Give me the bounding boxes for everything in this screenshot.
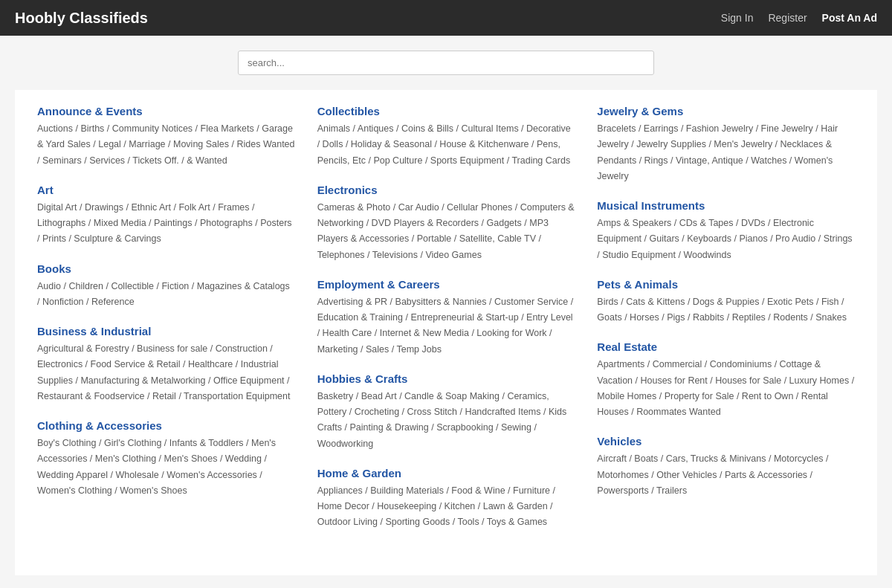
category-link[interactable]: Wedding (225, 453, 262, 464)
category-link[interactable]: CDs & Tapes (679, 218, 734, 228)
category-link[interactable]: Bracelets (597, 123, 636, 134)
category-link[interactable]: Portable (417, 233, 452, 244)
category-link[interactable]: Antiques (358, 123, 394, 134)
category-link[interactable]: Kitchen (445, 501, 476, 511)
category-link[interactable]: Appliances (317, 485, 363, 496)
category-link[interactable]: Temp Jobs (396, 344, 441, 355)
category-link[interactable]: Condominiums (710, 359, 772, 369)
category-link[interactable]: Lawn & Garden (483, 501, 548, 511)
category-link[interactable]: Children (68, 281, 103, 291)
category-link[interactable]: Transportation Equipment (184, 391, 290, 401)
category-link[interactable]: Tickets Off. (132, 155, 179, 166)
category-link[interactable]: Entrepreneurial & Start-up (410, 312, 518, 323)
category-link[interactable]: Outdoor Living (317, 517, 378, 527)
category-link[interactable]: Prints (42, 233, 66, 244)
category-link[interactable]: Boats (634, 453, 658, 464)
category-link[interactable]: Amps & Speakers (597, 218, 671, 228)
category-link[interactable]: Painting & Drawing (349, 422, 428, 433)
category-title[interactable]: Clothing & Accessories (37, 419, 295, 432)
category-link[interactable]: Keyboards (687, 233, 731, 244)
sign-in-link[interactable]: Sign In (721, 12, 754, 24)
category-link[interactable]: & Wanted (187, 155, 227, 166)
category-link[interactable]: House & Kitchenware (439, 139, 529, 149)
category-link[interactable]: Furniture (513, 485, 550, 496)
category-link[interactable]: Guitars (650, 233, 679, 244)
category-link[interactable]: Car Audio (398, 202, 439, 213)
category-link[interactable]: Animals (317, 123, 350, 134)
category-link[interactable]: Televisions (372, 250, 418, 260)
category-link[interactable]: Wedding Apparel (37, 470, 108, 480)
category-title[interactable]: Real Estate (597, 340, 855, 353)
category-link[interactable]: Births (80, 123, 104, 134)
category-link[interactable]: Advertising & PR (317, 297, 387, 307)
category-link[interactable]: Houses for Rent (640, 375, 707, 386)
category-link[interactable]: Healthcare (188, 359, 233, 369)
category-title[interactable]: Musical Instruments (597, 199, 855, 212)
category-link[interactable]: Rides Wanted (236, 139, 294, 149)
category-link[interactable]: Mobile Homes (597, 391, 656, 401)
category-link[interactable]: Men's Jewelry (714, 139, 772, 149)
category-link[interactable]: Roommates Wanted (636, 407, 720, 417)
category-link[interactable]: Apartments (597, 359, 644, 369)
category-link[interactable]: Women's Clothing (37, 485, 112, 496)
category-link[interactable]: Lithographs (37, 218, 85, 228)
category-link[interactable]: Goats (597, 312, 621, 323)
category-link[interactable]: Legal (98, 139, 121, 149)
category-link[interactable]: Construction (216, 343, 268, 354)
category-link[interactable]: Sales (366, 344, 389, 355)
category-link[interactable]: Bead Art (361, 391, 397, 401)
category-link[interactable]: Mixed Media (94, 218, 146, 228)
category-link[interactable]: Handcrafted Items (465, 407, 540, 417)
category-title[interactable]: Announce & Events (37, 105, 295, 117)
category-link[interactable]: Satellite, Cable TV (459, 233, 536, 244)
category-title[interactable]: Books (37, 262, 295, 275)
category-link[interactable]: Men's Shoes (164, 453, 218, 464)
category-link[interactable]: Electronics (37, 359, 83, 369)
category-link[interactable]: Flea Markets (201, 123, 254, 134)
category-link[interactable]: Parts & Accessories (725, 470, 807, 480)
category-link[interactable]: DVD Players & Recorders (372, 218, 479, 228)
category-link[interactable]: Internet & New Media (380, 328, 469, 338)
category-link[interactable]: Boy's Clothing (37, 438, 97, 448)
category-link[interactable]: Fiction (161, 281, 189, 291)
category-link[interactable]: Sports Equipment (430, 155, 504, 166)
category-link[interactable]: Babysitters & Nannies (395, 297, 487, 307)
category-title[interactable]: Business & Industrial (37, 325, 295, 337)
category-link[interactable]: Seminars (42, 155, 82, 166)
search-input[interactable] (238, 51, 654, 75)
category-link[interactable]: Scrapbooking (436, 422, 493, 433)
category-link[interactable]: Infants & Toddlers (169, 438, 244, 448)
category-link[interactable]: Women's Accessories (167, 470, 257, 480)
category-link[interactable]: Vintage, Antique (676, 155, 743, 166)
category-link[interactable]: Entry Level (526, 312, 573, 323)
category-link[interactable]: Posters (260, 218, 291, 228)
category-title[interactable]: Employment & Careers (317, 278, 575, 291)
category-link[interactable]: Services (89, 155, 125, 166)
category-link[interactable]: Rent to Own (742, 391, 793, 401)
category-link[interactable]: Collectible (111, 281, 154, 291)
category-link[interactable]: Retail (152, 391, 176, 401)
category-link[interactable]: Jewelry Supplies (636, 139, 706, 149)
category-link[interactable]: Office Equipment (213, 375, 285, 386)
category-link[interactable]: Auctions (37, 123, 73, 134)
category-title[interactable]: Collectibles (317, 105, 575, 117)
category-link[interactable]: Looking for Work (476, 328, 546, 338)
category-link[interactable]: Photographs (200, 218, 253, 228)
category-link[interactable]: Telephones (317, 250, 365, 260)
category-link[interactable]: Fashion Jewelry (686, 123, 753, 134)
category-link[interactable]: Powersports (597, 485, 648, 496)
category-link[interactable]: Exotic Pets (767, 297, 814, 307)
category-link[interactable]: Food & Wine (451, 485, 505, 496)
category-link[interactable]: Ethnic Art (131, 202, 171, 213)
category-link[interactable]: Restaurant & Foodservice (37, 391, 145, 401)
category-link[interactable]: Video Games (425, 250, 482, 260)
category-link[interactable]: Folk Art (178, 202, 210, 213)
category-link[interactable]: Men's Clothing (95, 453, 156, 464)
category-link[interactable]: Girl's Clothing (104, 438, 161, 448)
category-link[interactable]: Other Vehicles (656, 470, 717, 480)
category-link[interactable]: Luxury Homes (789, 375, 850, 386)
category-link[interactable]: Sewing (501, 422, 531, 433)
category-link[interactable]: Sculpture & Carvings (74, 233, 161, 244)
category-link[interactable]: Customer Service (494, 297, 568, 307)
category-link[interactable]: Motorhomes (597, 470, 648, 480)
